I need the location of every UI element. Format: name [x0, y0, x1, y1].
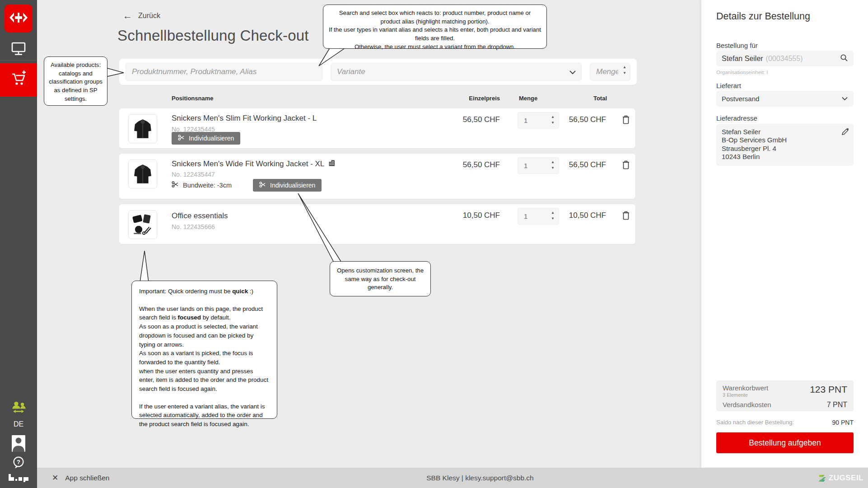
row-quantity-input[interactable]	[518, 113, 551, 128]
product-name: Snickers Men's Wide Fit Working Jacket -…	[172, 160, 324, 169]
address-line: Stefan Seiler	[722, 128, 848, 136]
balance-label: Saldo nach dieser Bestellung:	[716, 419, 794, 426]
address-line: Strausberger Pl. 4	[722, 145, 848, 153]
sbb-logo[interactable]	[5, 5, 33, 33]
search-icon[interactable]	[840, 54, 848, 64]
table-row: Snickers Men's Wide Fit Working Jacket -…	[119, 154, 635, 199]
scissors-icon	[178, 134, 185, 142]
annotation-customize-note: Opens customization screen, the same way…	[330, 261, 431, 296]
quick-order-page: DE ?	[0, 0, 868, 488]
sidebar: DE ?	[0, 0, 37, 488]
table-row: Snickers Men's Slim Fit Working Jacket -…	[119, 108, 635, 148]
back-arrow-icon: ←	[123, 12, 132, 19]
shipping-label: Verdsandkosten	[723, 401, 771, 409]
bop-logo-icon	[8, 474, 29, 483]
product-image	[128, 114, 157, 143]
delivery-type-label: Lieferart	[716, 82, 741, 89]
cart-value: 123 PNT	[810, 384, 847, 395]
back-button[interactable]: ← Zurück	[123, 12, 160, 20]
delivery-address-label: Lieferadresse	[716, 114, 757, 122]
back-label: Zurück	[138, 12, 160, 20]
sidebar-divider	[0, 60, 37, 61]
col-menge: Menge	[519, 95, 537, 102]
avatar[interactable]	[12, 435, 25, 452]
scissors-icon	[259, 181, 266, 189]
close-icon: ✕	[52, 473, 58, 483]
unit-price: 10,50 CHF	[444, 211, 500, 220]
delivery-type-select[interactable]: Postversand	[716, 91, 854, 107]
customize-label: Individualisieren	[189, 135, 234, 142]
row-quantity-input[interactable]	[518, 208, 551, 224]
order-for-value: Stefan Seiler	[722, 55, 763, 63]
zugseil-z-icon	[818, 474, 826, 482]
help-button[interactable]: ?	[12, 456, 25, 470]
order-for-number: (00034555)	[766, 55, 803, 63]
unit-price: 56,50 CHF	[444, 160, 500, 169]
shipping-value: 7 PNT	[827, 401, 847, 409]
annotation-search-note: Search and select box which reacts to: p…	[323, 5, 547, 49]
main-content: ← Zurück Schnellbestellung Check-out ▲ ▼…	[37, 0, 701, 468]
col-positionsname: Positionsname	[172, 95, 213, 102]
modification-text: Bundweite: -3cm	[183, 182, 232, 189]
product-name: Office essentials	[172, 211, 228, 221]
product-name: Snickers Men's Slim Fit Working Jacket -…	[172, 114, 317, 123]
scissors-icon	[172, 181, 179, 189]
chevron-down-icon	[841, 95, 848, 103]
support-info: SBB Klesy | klesy.support@sbb.ch	[426, 468, 533, 488]
quick-add-bar: ▲ ▼	[119, 59, 637, 85]
zugseil-logo: ZUGSEIL	[818, 468, 863, 488]
sbb-arrows-icon	[9, 12, 28, 25]
row-total: 56,50 CHF	[551, 115, 606, 124]
close-app-label: App schließen	[65, 474, 109, 482]
customize-label: Individualisieren	[270, 182, 315, 189]
quantity-field[interactable]: ▲ ▼	[590, 63, 630, 81]
edit-address-button[interactable]	[841, 128, 849, 137]
modification-note: Bundweite: -3cm	[172, 181, 232, 189]
delete-row-button[interactable]	[622, 211, 631, 221]
delete-row-button[interactable]	[622, 115, 631, 126]
org-unit-note: Organisationseinheit: I	[716, 70, 768, 75]
monitor-nav-item[interactable]	[11, 42, 26, 56]
quantity-stepper[interactable]: ▲ ▼	[621, 66, 628, 75]
cart-value-label: Warenkorbwert	[723, 384, 768, 392]
cart-summary: Warenkorbwert 3 Elemente 123 PNT Verdsan…	[716, 380, 854, 411]
submit-order-button[interactable]: Bestellung aufgeben	[716, 432, 854, 453]
col-einzelpreis: Einzelpreis	[443, 95, 500, 102]
address-line: 10243 Berlin	[722, 153, 848, 161]
product-number: No. 122435447	[172, 171, 215, 178]
language-selector[interactable]: DE	[0, 420, 37, 428]
chevron-down-icon	[569, 69, 576, 77]
stepper-up-icon[interactable]: ▲	[623, 66, 626, 69]
table-row: Office essentials No. 122435666 10,50 CH…	[119, 204, 635, 244]
stepper-down-icon[interactable]: ▼	[623, 71, 626, 75]
col-total: Total	[562, 95, 607, 102]
product-image	[128, 160, 157, 188]
annotation-products-note: Available products: catalogs and classif…	[44, 56, 107, 106]
row-total: 10,50 CHF	[551, 211, 606, 220]
building-icon	[328, 159, 336, 169]
balance-row: Saldo nach dieser Bestellung: 90 PNT	[716, 419, 854, 426]
order-details-panel: Details zur Bestellung Bestellung für St…	[701, 0, 868, 468]
delivery-address-card: Stefan Seiler B-Op Services GmbH Strausb…	[716, 124, 854, 166]
user-switch-button[interactable]	[11, 401, 26, 414]
variant-select[interactable]	[331, 63, 582, 81]
help-icon: ?	[12, 464, 25, 471]
balance-value: 90 PNT	[832, 419, 854, 426]
product-number: No. 122435666	[172, 223, 215, 230]
cart-add-icon	[9, 70, 28, 90]
zugseil-label: ZUGSEIL	[829, 474, 863, 483]
variant-input[interactable]	[331, 63, 582, 81]
close-app-button[interactable]: ✕ App schließen	[52, 468, 109, 488]
order-for-field[interactable]: Stefan Seiler (00034555)	[716, 51, 854, 66]
address-line: B-Op Services GmbH	[722, 136, 848, 144]
quick-order-nav-item-active[interactable]	[0, 63, 37, 97]
delete-row-button[interactable]	[622, 160, 631, 171]
page-title: Schnellbestellung Check-out	[117, 27, 309, 44]
customize-button[interactable]: Individualisieren	[172, 132, 240, 145]
customize-button[interactable]: Individualisieren	[253, 179, 322, 192]
row-quantity-input[interactable]	[518, 158, 551, 174]
unit-price: 56,50 CHF	[444, 115, 500, 124]
cart-items-count: 3 Elemente	[723, 392, 768, 398]
product-search-input[interactable]	[126, 63, 322, 81]
svg-text:?: ?	[17, 459, 20, 465]
